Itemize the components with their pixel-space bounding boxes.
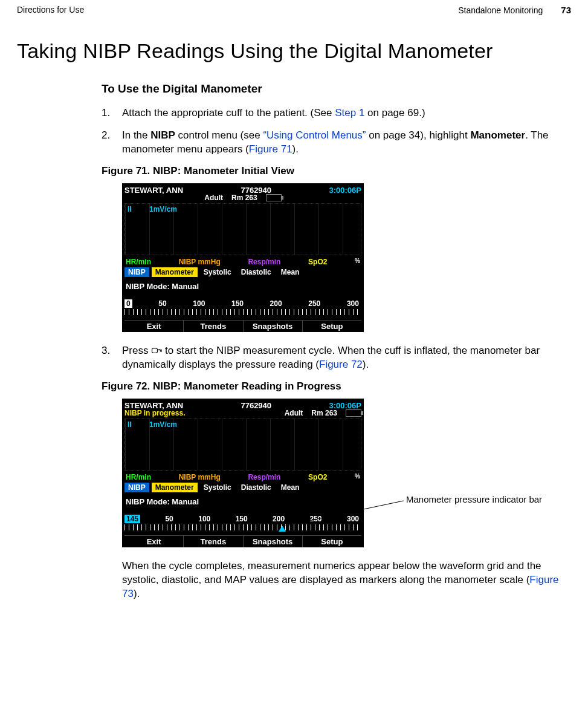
- procedure-heading: To Use the Digital Manometer: [102, 82, 561, 96]
- step-text: ).: [363, 359, 369, 370]
- trailing-text: ).: [134, 588, 140, 599]
- page-number: 73: [561, 5, 571, 15]
- link-using-control-menus[interactable]: “Using Control Menus”: [263, 129, 366, 141]
- step-text: Attach the appropriate cuff to the patie…: [122, 107, 335, 119]
- step-list: 1. Attach the appropriate cuff to the pa…: [102, 106, 561, 157]
- header-section: Standalone Monitoring: [458, 5, 543, 15]
- step-number: 1.: [102, 106, 122, 120]
- param-nibp: NIBP mmHg: [179, 258, 221, 266]
- waveform-grid: II 1mV/cm: [124, 203, 361, 255]
- step-text: ).: [292, 143, 299, 155]
- page-title: Taking NIBP Readings Using the Digital M…: [17, 39, 571, 63]
- bold-manometer: Manometer: [470, 129, 525, 141]
- cuff-button-icon: [151, 345, 162, 354]
- step-1: 1. Attach the appropriate cuff to the pa…: [102, 106, 561, 120]
- room-number: Rm 263: [311, 409, 337, 417]
- scale-value: 145: [124, 515, 140, 523]
- tab-systolic[interactable]: Systolic: [200, 267, 235, 277]
- tab-nibp[interactable]: NIBP: [124, 483, 149, 492]
- step-text: on page 69.): [364, 107, 425, 119]
- trailing-text: When the cycle completes, measurement nu…: [122, 560, 541, 585]
- parameter-row: HR/min NIBP mmHg Resp/min SpO2 %: [124, 473, 361, 481]
- softkey-snapshots[interactable]: Snapshots: [244, 321, 303, 332]
- bold-nibp: NIBP: [150, 129, 175, 141]
- patient-name: STEWART, ANN: [124, 186, 183, 195]
- patient-id: 7762940: [241, 401, 271, 410]
- gain-label: 1mV/cm: [149, 205, 177, 213]
- svg-rect-0: [152, 348, 158, 353]
- softkey-trends[interactable]: Trends: [184, 536, 243, 547]
- tab-systolic[interactable]: Systolic: [200, 483, 235, 492]
- step-text: control menu (see: [175, 129, 263, 141]
- param-spo2: SpO2: [308, 258, 327, 266]
- param-resp: Resp/min: [248, 258, 280, 266]
- device-screen-72: STEWART, ANN 7762940 3:00:06P NIBP in pr…: [122, 399, 364, 547]
- step-list-cont: 3. Press to start the NIBP measurement c…: [102, 344, 561, 372]
- tab-diastolic[interactable]: Diastolic: [237, 483, 275, 492]
- softkey-row: Exit Trends Snapshots Setup: [124, 320, 361, 332]
- tab-mean[interactable]: Mean: [277, 483, 303, 492]
- softkey-snapshots[interactable]: Snapshots: [244, 536, 303, 547]
- percent-label: %: [355, 258, 360, 264]
- parameter-row: HR/min NIBP mmHg Resp/min SpO2 %: [124, 258, 361, 266]
- scale-tick: 100: [198, 515, 210, 523]
- figure-71: STEWART, ANN 7762940 3:00:06P Adult Rm 2…: [122, 183, 561, 332]
- tab-mean[interactable]: Mean: [277, 267, 303, 277]
- scale-tick: 50: [165, 515, 173, 523]
- figure-71-caption: Figure 71. NIBP: Manometer Initial View: [102, 165, 561, 177]
- param-hr: HR/min: [126, 473, 151, 481]
- step-text: Press: [122, 345, 151, 356]
- step-2: 2. In the NIBP control menu (see “Using …: [102, 129, 561, 157]
- tab-row: NIBP Manometer Systolic Diastolic Mean: [124, 483, 361, 492]
- page: Directions for Use Standalone Monitoring…: [0, 0, 588, 634]
- softkey-setup[interactable]: Setup: [303, 321, 361, 332]
- tab-manometer[interactable]: Manometer: [152, 267, 198, 277]
- scale-tick: 150: [236, 515, 248, 523]
- tab-manometer[interactable]: Manometer: [152, 483, 198, 492]
- link-step1[interactable]: Step 1: [335, 107, 364, 119]
- scale-ticks: [124, 524, 361, 530]
- scale-tick: 200: [270, 299, 282, 308]
- scale-tick: 200: [273, 515, 285, 523]
- softkey-trends[interactable]: Trends: [184, 321, 243, 332]
- patient-mode: Adult: [285, 409, 303, 417]
- softkey-exit[interactable]: Exit: [124, 321, 184, 332]
- nibp-mode-line: NIBP Mode: Manual: [126, 282, 361, 291]
- param-spo2: SpO2: [308, 473, 327, 481]
- step-number: 2.: [102, 129, 122, 157]
- scale-value: 0: [124, 299, 132, 308]
- trailing-paragraph: When the cycle completes, measurement nu…: [122, 559, 561, 601]
- step-text: In the: [122, 129, 150, 141]
- step-text: on page 34), highlight: [366, 129, 470, 141]
- step-number: 3.: [102, 344, 122, 372]
- scale-ticks: [124, 309, 361, 315]
- gain-label: 1mV/cm: [149, 420, 177, 429]
- step-3: 3. Press to start the NIBP measurement c…: [102, 344, 561, 372]
- tab-row: NIBP Manometer Systolic Diastolic Mean: [124, 267, 361, 277]
- param-nibp: NIBP mmHg: [179, 473, 221, 481]
- scale-tick: 300: [347, 299, 359, 308]
- scale-tick: 300: [347, 515, 359, 523]
- link-figure-71[interactable]: Figure 71: [249, 143, 292, 155]
- link-figure-72[interactable]: Figure 72: [319, 359, 363, 370]
- figure-72: STEWART, ANN 7762940 3:00:06P NIBP in pr…: [122, 399, 561, 547]
- tab-diastolic[interactable]: Diastolic: [237, 267, 275, 277]
- manometer-scale: 0 50 100 150 200 250 300: [124, 299, 361, 316]
- nibp-mode-line: NIBP Mode: Manual: [126, 497, 361, 506]
- param-resp: Resp/min: [248, 473, 280, 481]
- running-header: Directions for Use Standalone Monitoring…: [17, 5, 571, 15]
- callout-text: Manometer pressure indicator bar: [406, 494, 542, 504]
- softkey-exit[interactable]: Exit: [124, 536, 184, 547]
- softkey-setup[interactable]: Setup: [303, 536, 361, 547]
- param-hr: HR/min: [126, 258, 151, 266]
- nibp-status-message: NIBP in progress.: [124, 409, 185, 417]
- scale-tick: 250: [308, 299, 320, 308]
- scale-tick: 100: [193, 299, 205, 308]
- room-number: Rm 263: [231, 194, 257, 202]
- header-left: Directions for Use: [17, 5, 84, 15]
- tab-nibp[interactable]: NIBP: [124, 267, 149, 277]
- manometer-indicator-icon: [279, 526, 286, 532]
- battery-icon: [266, 194, 282, 201]
- scale-tick: 50: [158, 299, 166, 308]
- percent-label: %: [355, 473, 360, 480]
